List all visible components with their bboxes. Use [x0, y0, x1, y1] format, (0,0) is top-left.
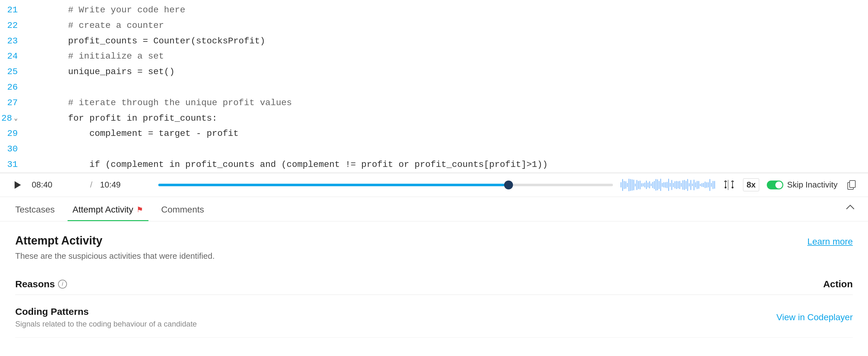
- skip-inactivity-toggle[interactable]: [767, 181, 783, 189]
- activity-header: Attempt Activity These are the suspiciou…: [15, 234, 853, 261]
- collapse-button[interactable]: [843, 200, 858, 218]
- code-line-23: 23 profit_counts = Counter(stocksProfit): [0, 34, 868, 49]
- code-content-21: # Write your code here: [25, 3, 185, 17]
- code-content-23: profit_counts = Counter(stocksProfit): [25, 34, 265, 48]
- tab-comments-label: Comments: [161, 205, 204, 215]
- speed-control[interactable]: 8x: [743, 178, 759, 191]
- code-line-24: 24 # initialize a set: [0, 49, 868, 64]
- line-number-28: 28 ⌄: [0, 111, 25, 126]
- code-content-31: if (complement in profit_counts and (com…: [25, 158, 548, 172]
- code-line-28: 28 ⌄ for profit in profit_counts:: [0, 111, 868, 127]
- toggle-knob: [775, 181, 782, 188]
- line-number-23: 23: [0, 34, 25, 48]
- line-number-30: 30: [0, 142, 25, 156]
- code-editor: 21 # Write your code here 22 # create a …: [0, 0, 868, 173]
- code-content-29: complement = target - profit: [25, 127, 239, 141]
- reason-row-coding-patterns: Coding Patterns Signals related to the c…: [15, 297, 853, 337]
- tab-attempt-activity-label: Attempt Activity: [73, 205, 133, 215]
- reasons-header: Reasons i Action: [15, 274, 853, 295]
- learn-more-link[interactable]: Learn more: [807, 237, 853, 247]
- playback-markers: [723, 181, 735, 189]
- total-time: 10:49: [100, 180, 151, 190]
- code-content-27: # iterate through the unique profit valu…: [25, 96, 292, 110]
- skip-inactivity-label: Skip Inactivity: [787, 180, 838, 190]
- line-number-31: 31: [0, 158, 25, 172]
- line-number-26: 26: [0, 80, 25, 95]
- code-content-28: for profit in profit_counts:: [25, 111, 217, 126]
- reason-info-coding-patterns: Coding Patterns Signals related to the c…: [15, 306, 197, 328]
- reason-title-coding-patterns: Coding Patterns: [15, 306, 197, 317]
- activity-title: Attempt Activity: [15, 234, 215, 247]
- progress-fill: [158, 184, 508, 186]
- time-separator: /: [90, 180, 92, 190]
- activity-content: Attempt Activity These are the suspiciou…: [0, 221, 868, 350]
- progress-bar[interactable]: [158, 184, 613, 186]
- time-display: 08:40: [32, 180, 83, 190]
- playbar: 08:40 / 10:49 // Generate waveform bars …: [0, 173, 868, 197]
- line-number-29: 29: [0, 127, 25, 141]
- tab-comments[interactable]: Comments: [156, 197, 209, 221]
- activity-header-left: Attempt Activity These are the suspiciou…: [15, 234, 215, 261]
- code-content-22: # create a counter: [25, 19, 164, 33]
- code-line-27: 27 # iterate through the unique profit v…: [0, 95, 868, 111]
- progress-thumb: [504, 181, 513, 189]
- code-content-25: unique_pairs = set(): [25, 65, 175, 79]
- reasons-info-icon[interactable]: i: [58, 280, 67, 289]
- code-line-26: 26: [0, 80, 868, 95]
- timeline-end-marker: [728, 180, 728, 190]
- svg-point-2: [732, 186, 734, 188]
- copy-button[interactable]: [845, 179, 858, 191]
- code-line-21: 21 # Write your code here: [0, 3, 868, 18]
- code-line-22: 22 # create a counter: [0, 18, 868, 34]
- tab-attempt-activity[interactable]: Attempt Activity ⚑: [68, 197, 149, 221]
- marker-pin-2: [730, 181, 735, 189]
- line-number-24: 24: [0, 49, 25, 64]
- code-line-29: 29 complement = target - profit: [0, 126, 868, 142]
- play-button[interactable]: [10, 178, 24, 192]
- line-number-22: 22: [0, 19, 25, 33]
- svg-rect-4: [849, 181, 855, 187]
- svg-marker-0: [14, 181, 21, 189]
- code-line-30: 30: [0, 142, 868, 157]
- activity-subtitle: These are the suspicious activities that…: [15, 251, 215, 261]
- code-content-24: # initialize a set: [25, 49, 164, 64]
- line-number-27: 27: [0, 96, 25, 110]
- code-line-25: 25 unique_pairs = set(): [0, 64, 868, 80]
- line-number-21: 21: [0, 3, 25, 17]
- reasons-table: Reasons i Action Coding Patterns Signals…: [15, 274, 853, 337]
- reasons-text: Reasons: [15, 279, 55, 289]
- line-number-25: 25: [0, 65, 25, 79]
- skip-inactivity-container: Skip Inactivity: [767, 180, 838, 190]
- svg-point-1: [724, 186, 726, 188]
- view-in-codeplayer-link[interactable]: View in Codeplayer: [776, 312, 853, 322]
- flag-icon: ⚑: [136, 205, 144, 214]
- action-label: Action: [823, 279, 853, 289]
- waveform-right: // Generate waveform bars inline documen…: [621, 179, 715, 191]
- tab-testcases-label: Testcases: [15, 205, 55, 215]
- code-line-31: 31 if (complement in profit_counts and (…: [0, 157, 868, 173]
- reason-desc-coding-patterns: Signals related to the coding behaviour …: [15, 320, 197, 328]
- reasons-label: Reasons i: [15, 279, 67, 289]
- tabs-bar: Testcases Attempt Activity ⚑ Comments: [0, 197, 868, 221]
- tab-testcases[interactable]: Testcases: [10, 197, 60, 221]
